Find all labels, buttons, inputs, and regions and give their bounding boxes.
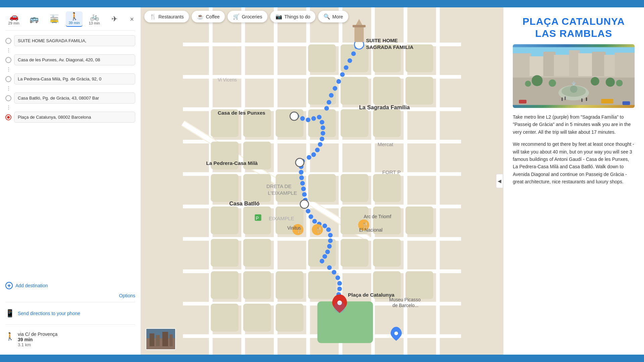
things-to-do-icon: 📷 bbox=[276, 13, 282, 20]
svg-point-97 bbox=[306, 209, 310, 214]
send-directions-label: Send directions to your phone bbox=[18, 311, 80, 316]
svg-rect-184 bbox=[564, 97, 566, 100]
svg-point-173 bbox=[570, 85, 578, 93]
route-stops bbox=[5, 35, 135, 279]
transport-drive[interactable]: 🚗 29 min bbox=[5, 12, 22, 26]
svg-text:SAGRADA FAMILIA: SAGRADA FAMILIA bbox=[366, 44, 413, 50]
place-title: PLAÇA CATALUNYA LAS RAMBLAS bbox=[513, 15, 635, 40]
svg-text:Museu Picasso: Museu Picasso bbox=[389, 297, 421, 302]
right-panel: PLAÇA CATALUNYA LAS RAMBLAS bbox=[503, 7, 644, 355]
map-thumbnail[interactable] bbox=[146, 328, 176, 350]
pill-coffee[interactable]: ☕ Coffee bbox=[192, 11, 225, 22]
connector-dots-4 bbox=[8, 106, 9, 110]
route-time: 39 min bbox=[18, 337, 57, 342]
place-description: Take metro line L2 (purple) from "Sagrad… bbox=[513, 113, 635, 190]
svg-point-67 bbox=[347, 58, 352, 63]
pill-groceries-label: Groceries bbox=[242, 14, 262, 19]
svg-rect-64 bbox=[317, 301, 373, 343]
svg-point-66 bbox=[351, 51, 356, 56]
divider-2 bbox=[5, 324, 135, 325]
map-area[interactable]: 🍴 Restaurants ☕ Coffee 🛒 Groceries 📷 Thi… bbox=[141, 7, 503, 355]
svg-rect-26 bbox=[341, 77, 368, 105]
transport-bus[interactable]: 🚋 bbox=[46, 14, 62, 24]
map-svg: SUITE HOME SAGRADA FAMILIA La Sagrada Fa… bbox=[141, 7, 503, 355]
groceries-icon: 🛒 bbox=[233, 13, 240, 20]
svg-rect-51 bbox=[405, 206, 433, 234]
svg-rect-39 bbox=[211, 206, 239, 234]
svg-rect-185 bbox=[581, 98, 583, 102]
stop-row-2 bbox=[5, 54, 135, 65]
svg-rect-57 bbox=[276, 271, 303, 299]
walk-time: 39 min bbox=[68, 21, 80, 25]
pill-things-to-do[interactable]: 📷 Things to do bbox=[270, 11, 315, 22]
dot bbox=[8, 50, 9, 51]
bus-icon: 🚋 bbox=[50, 15, 59, 23]
svg-rect-42 bbox=[211, 239, 239, 267]
svg-rect-62 bbox=[243, 304, 271, 331]
pill-restaurants-label: Restaurants bbox=[158, 14, 184, 19]
connector-line-4 bbox=[5, 106, 11, 110]
svg-rect-47 bbox=[373, 174, 401, 202]
svg-point-68 bbox=[344, 65, 348, 70]
pill-groceries[interactable]: 🛒 Groceries bbox=[228, 11, 267, 22]
stop-input-1[interactable] bbox=[14, 35, 135, 46]
svg-rect-164 bbox=[569, 50, 580, 78]
options-button[interactable]: Options bbox=[119, 293, 135, 298]
description-para-2: We recommend to get there by feet at lea… bbox=[513, 140, 635, 185]
stop-input-3[interactable] bbox=[14, 73, 135, 84]
svg-text:🍴: 🍴 bbox=[315, 226, 323, 233]
transport-bike[interactable]: 🚲 13 min bbox=[86, 12, 103, 26]
transport-walk[interactable]: 🚶 39 min bbox=[66, 11, 83, 27]
connector-4 bbox=[5, 106, 135, 110]
dot bbox=[8, 71, 9, 71]
svg-rect-166 bbox=[592, 52, 606, 77]
svg-point-90 bbox=[299, 170, 303, 175]
svg-rect-60 bbox=[405, 271, 433, 299]
drive-icon: 🚗 bbox=[9, 13, 18, 20]
svg-rect-123 bbox=[353, 25, 366, 27]
left-panel: 🚗 29 min 🚌 🚋 🚶 39 min 🚲 13 min bbox=[0, 7, 141, 355]
svg-text:DRETA DE: DRETA DE bbox=[266, 183, 292, 189]
pill-more[interactable]: 🔍 More bbox=[318, 11, 348, 22]
dot bbox=[8, 109, 9, 110]
svg-rect-46 bbox=[341, 174, 368, 202]
coffee-icon: ☕ bbox=[197, 13, 204, 20]
svg-rect-170 bbox=[513, 76, 635, 78]
svg-rect-25 bbox=[308, 77, 336, 105]
svg-rect-167 bbox=[604, 55, 616, 77]
route-distance: 3.1 km bbox=[18, 342, 57, 347]
transport-transit[interactable]: 🚌 bbox=[26, 14, 42, 24]
stop-input-5[interactable] bbox=[14, 112, 135, 123]
svg-rect-61 bbox=[211, 304, 239, 331]
close-button[interactable]: × bbox=[129, 14, 135, 24]
svg-text:FORT P: FORT P bbox=[382, 169, 401, 175]
transport-flight[interactable]: ✈ bbox=[106, 14, 123, 24]
svg-rect-165 bbox=[578, 53, 593, 78]
svg-text:SUITE HOME: SUITE HOME bbox=[366, 38, 398, 43]
svg-point-102 bbox=[326, 227, 331, 232]
collapse-map-button[interactable]: ◀ bbox=[496, 174, 503, 188]
svg-text:La Sagrada Família: La Sagrada Família bbox=[359, 104, 410, 111]
map-toolbar: 🍴 Restaurants ☕ Coffee 🛒 Groceries 📷 Thi… bbox=[144, 11, 500, 22]
pill-restaurants[interactable]: 🍴 Restaurants bbox=[144, 11, 189, 22]
dot bbox=[8, 48, 9, 49]
svg-point-181 bbox=[525, 81, 531, 87]
svg-point-74 bbox=[324, 106, 329, 111]
add-destination-row[interactable]: + Add destination bbox=[5, 282, 135, 289]
svg-rect-31 bbox=[373, 109, 401, 137]
svg-point-94 bbox=[302, 192, 307, 197]
stop-input-4[interactable] bbox=[14, 93, 135, 104]
send-directions-row[interactable]: 📱 Send directions to your phone bbox=[5, 306, 135, 321]
main-content: 🚗 29 min 🚌 🚋 🚶 39 min 🚲 13 min bbox=[0, 7, 644, 355]
options-row: Options bbox=[5, 293, 135, 299]
svg-rect-156 bbox=[156, 335, 160, 346]
svg-point-109 bbox=[327, 265, 332, 270]
svg-point-84 bbox=[318, 142, 323, 147]
svg-text:Mercat: Mercat bbox=[378, 141, 393, 147]
route-detail: 🚶 via C/ de Provença 39 min 3.1 km bbox=[5, 328, 135, 351]
svg-rect-43 bbox=[243, 239, 271, 267]
svg-rect-155 bbox=[150, 334, 154, 346]
stop-input-2[interactable] bbox=[14, 54, 135, 65]
svg-rect-55 bbox=[211, 271, 239, 299]
svg-rect-63 bbox=[276, 304, 303, 331]
